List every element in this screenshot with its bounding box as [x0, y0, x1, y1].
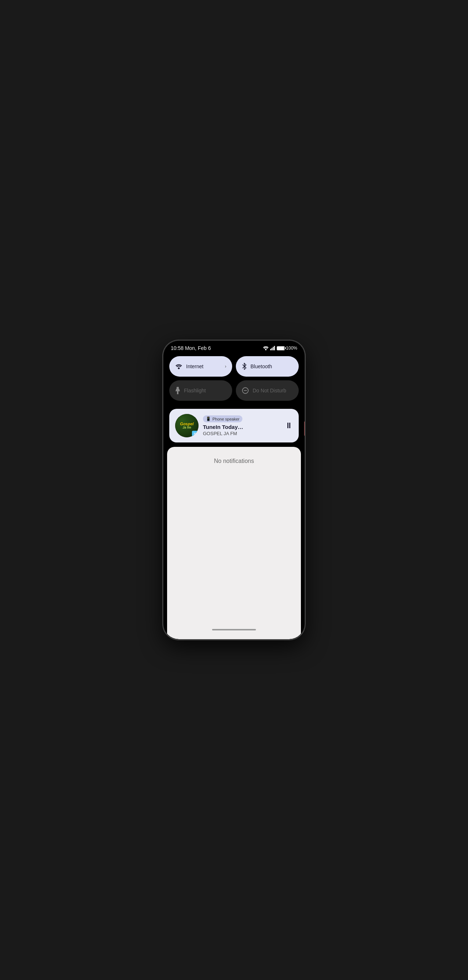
- bluetooth-tile-label: Bluetooth: [250, 363, 293, 369]
- internet-tile-label: Internet: [186, 363, 221, 369]
- flashlight-tile[interactable]: Flashlight: [169, 380, 232, 401]
- notification-area: No notifications: [167, 447, 301, 639]
- media-controls: ⏸: [285, 421, 293, 430]
- side-button[interactable]: [304, 421, 305, 436]
- home-indicator[interactable]: [212, 629, 256, 630]
- status-icons: 100%: [263, 345, 297, 351]
- svg-point-0: [265, 349, 267, 350]
- media-info: 📱 Phone speaker TuneIn Today… GOSPEL JA …: [203, 415, 280, 436]
- svg-rect-2: [272, 348, 273, 351]
- status-bar: 10:58 Mon, Feb 6: [164, 341, 304, 353]
- svg-rect-4: [274, 346, 275, 350]
- gospel-logo: GospelJa fm: [180, 422, 193, 429]
- qs-row-2: Flashlight Do Not Disturb: [169, 380, 299, 401]
- phone-frame: 10:58 Mon, Feb 6: [163, 340, 305, 640]
- flutter-badge: ⌘: [192, 431, 198, 437]
- wifi-tile-icon: [175, 364, 183, 369]
- internet-chevron-icon: ›: [225, 364, 226, 369]
- svg-rect-3: [273, 347, 274, 351]
- bluetooth-tile[interactable]: Bluetooth: [236, 356, 299, 377]
- bluetooth-tile-icon: [242, 363, 247, 370]
- speaker-badge: 📱 Phone speaker: [203, 415, 242, 422]
- flashlight-tile-icon: [175, 387, 180, 394]
- signal-status-icon: [270, 346, 275, 350]
- media-artwork: GospelJa fm ⌘: [175, 414, 199, 438]
- svg-rect-7: [177, 391, 178, 393]
- internet-tile[interactable]: Internet ›: [169, 356, 232, 377]
- svg-rect-1: [270, 349, 271, 350]
- battery-icon: [277, 346, 285, 350]
- no-notifications-label: No notifications: [214, 458, 254, 465]
- flutter-icon: ⌘: [193, 432, 196, 436]
- status-time: 10:58 Mon, Feb 6: [171, 345, 211, 351]
- media-title: TuneIn Today…: [203, 424, 280, 430]
- speaker-label: Phone speaker: [212, 417, 239, 421]
- phone-screen: 10:58 Mon, Feb 6: [164, 341, 304, 639]
- phone-speaker-icon: 📱: [206, 417, 211, 421]
- media-station: GOSPEL JA FM: [203, 431, 280, 436]
- svg-rect-6: [177, 387, 179, 389]
- pause-button[interactable]: ⏸: [285, 421, 293, 430]
- dnd-tile-label: Do Not Disturb: [253, 388, 293, 393]
- media-player[interactable]: GospelJa fm ⌘ 📱 Phone speaker TuneIn Tod…: [169, 409, 299, 442]
- quick-settings: Internet › Bluetooth: [164, 353, 304, 409]
- battery-container: 100%: [277, 345, 297, 351]
- wifi-status-icon: [263, 346, 269, 350]
- svg-point-5: [178, 367, 180, 369]
- flashlight-tile-label: Flashlight: [184, 388, 226, 393]
- battery-fill: [277, 347, 284, 350]
- dnd-tile[interactable]: Do Not Disturb: [236, 380, 299, 401]
- qs-row-1: Internet › Bluetooth: [169, 356, 299, 377]
- dnd-tile-icon: [242, 387, 249, 394]
- battery-percent: 100%: [286, 345, 297, 351]
